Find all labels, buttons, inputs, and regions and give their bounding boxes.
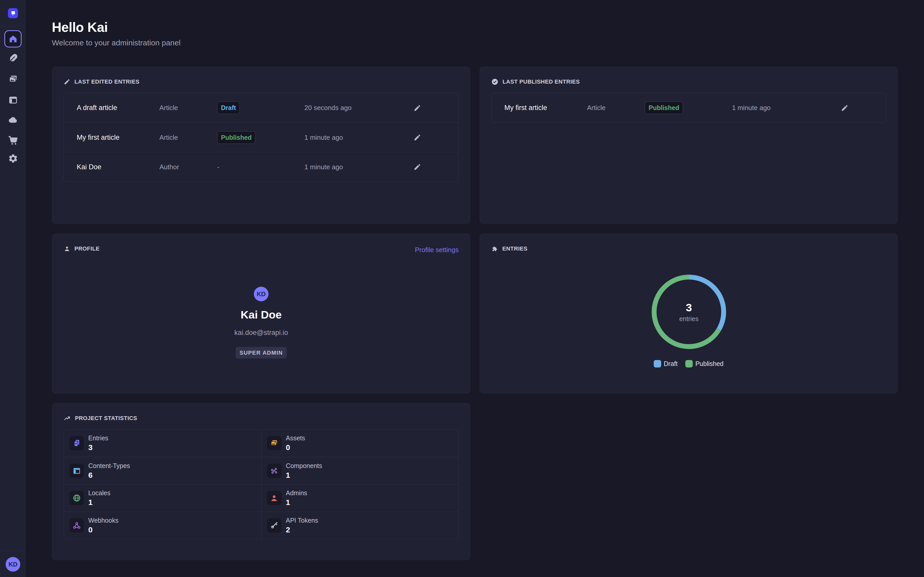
table-row[interactable]: My first article Article Published 1 min… <box>64 122 459 152</box>
edit-button[interactable] <box>397 163 438 171</box>
strapi-logo[interactable] <box>8 8 18 18</box>
stat-components: Components 1 <box>261 457 459 484</box>
pencil-icon <box>414 134 421 141</box>
panel-title: ENTRIES <box>502 245 527 252</box>
stat-value: 0 <box>88 525 119 534</box>
entry-time: 1 minute ago <box>304 163 397 171</box>
check-circle-icon <box>491 78 498 85</box>
entry-name: Kai Doe <box>77 163 159 171</box>
entry-type: Article <box>159 104 217 112</box>
stat-label: Entries <box>88 434 108 442</box>
sidebar-item-media-library[interactable] <box>0 74 26 85</box>
stat-value: 1 <box>88 498 110 507</box>
sidebar-item-marketplace[interactable] <box>0 135 26 146</box>
donut-total-label: entries <box>679 315 698 322</box>
table-row[interactable]: My first article Article Published 1 min… <box>491 93 886 122</box>
edit-button[interactable] <box>397 104 438 112</box>
legend-item-published: Published <box>685 360 724 367</box>
stat-value: 3 <box>88 443 108 452</box>
stat-label: Locales <box>88 489 110 497</box>
status-badge: Published <box>217 131 255 144</box>
legend-label: Published <box>695 360 724 367</box>
draft-swatch <box>654 360 661 367</box>
stat-label: Components <box>286 462 322 469</box>
stat-locales: Locales 1 <box>64 484 261 512</box>
sidebar-item-cloud[interactable] <box>0 114 26 126</box>
edit-button[interactable] <box>397 134 438 141</box>
sidebar-item-home[interactable] <box>4 30 21 47</box>
globe-icon <box>73 494 81 502</box>
sidebar-item-content-type-builder[interactable] <box>0 94 26 106</box>
stat-entries: Entries 3 <box>64 430 261 457</box>
stat-label: API Tokens <box>286 517 318 524</box>
pencil-icon <box>841 104 848 112</box>
entry-type: Author <box>159 163 217 171</box>
stat-assets: Assets 0 <box>261 430 459 457</box>
entry-type: Article <box>587 104 645 112</box>
pictures-icon <box>270 439 278 448</box>
stat-value: 1 <box>286 498 307 507</box>
table-row[interactable]: A draft article Article Draft 20 seconds… <box>64 93 459 122</box>
stat-webhooks: Webhooks 0 <box>64 512 261 539</box>
stat-content-types: Content-Types 6 <box>64 457 261 484</box>
user-avatar[interactable]: KD <box>6 557 20 572</box>
stat-value: 6 <box>88 471 130 480</box>
statistics-table: Entries 3 Assets 0 Content-Types 6 <box>64 429 459 539</box>
panel-title: LAST EDITED ENTRIES <box>74 79 139 85</box>
puzzle-icon <box>491 245 498 252</box>
stat-value: 2 <box>286 525 318 534</box>
page-subtitle: Welcome to your administration panel <box>52 39 181 47</box>
cart-icon <box>8 135 18 146</box>
status-badge: Published <box>645 102 683 114</box>
pencil-icon <box>414 104 421 112</box>
sidebar-item-content-manager[interactable] <box>0 53 26 64</box>
stat-value: 1 <box>286 471 322 480</box>
published-swatch <box>685 360 693 367</box>
sidebar-divider <box>0 26 26 26</box>
last-published-entries-panel: LAST PUBLISHED ENTRIES My first article … <box>480 67 898 224</box>
cloud-icon <box>8 114 18 126</box>
status-badge: Draft <box>217 102 240 114</box>
edit-button[interactable] <box>824 104 865 112</box>
table-row[interactable]: Kai Doe Author - 1 minute ago <box>64 152 459 182</box>
gear-icon <box>8 153 18 164</box>
last-edited-table: A draft article Article Draft 20 seconds… <box>64 93 459 182</box>
entry-time: 20 seconds ago <box>304 104 397 112</box>
file-icon <box>73 439 81 448</box>
donut-total: 3 <box>686 301 692 314</box>
last-edited-entries-panel: LAST EDITED ENTRIES A draft article Arti… <box>52 67 470 224</box>
nodes-icon <box>270 466 278 475</box>
trending-up-icon <box>64 415 71 422</box>
chart-legend: Draft Published <box>480 360 897 367</box>
entry-name: My first article <box>77 134 159 142</box>
profile-panel: PROFILE Profile settings KD Kai Doe kai.… <box>52 234 470 393</box>
role-badge: SUPER ADMIN <box>236 347 287 358</box>
stat-value: 0 <box>286 443 305 452</box>
entry-time: 1 minute ago <box>732 104 824 112</box>
sidebar-bottom-divider <box>0 551 26 551</box>
pencil-icon <box>64 79 70 85</box>
status-badge: - <box>217 163 220 171</box>
feather-icon <box>8 53 18 63</box>
media-library-icon <box>8 74 18 85</box>
webhook-icon <box>73 521 81 530</box>
stat-label: Admins <box>286 489 307 497</box>
page-title: Hello Kai <box>52 19 108 35</box>
profile-email: kai.doe@strapi.io <box>234 329 288 337</box>
key-icon <box>270 521 278 530</box>
legend-label: Draft <box>664 360 678 367</box>
profile-name: Kai Doe <box>241 308 281 321</box>
entry-name: A draft article <box>77 104 159 112</box>
last-published-table: My first article Article Published 1 min… <box>491 93 886 123</box>
pencil-icon <box>414 163 421 171</box>
entries-panel: ENTRIES 3 entries Draft Published <box>480 234 898 393</box>
stat-label: Webhooks <box>88 517 119 524</box>
strapi-logo-icon <box>8 8 18 18</box>
home-icon <box>8 34 18 44</box>
avatar: KD <box>254 287 268 301</box>
sidebar-item-settings[interactable] <box>0 153 26 164</box>
entry-time: 1 minute ago <box>304 134 397 142</box>
layout-icon <box>73 466 81 475</box>
stat-admins: Admins 1 <box>261 484 459 512</box>
panel-title: LAST PUBLISHED ENTRIES <box>502 79 580 85</box>
